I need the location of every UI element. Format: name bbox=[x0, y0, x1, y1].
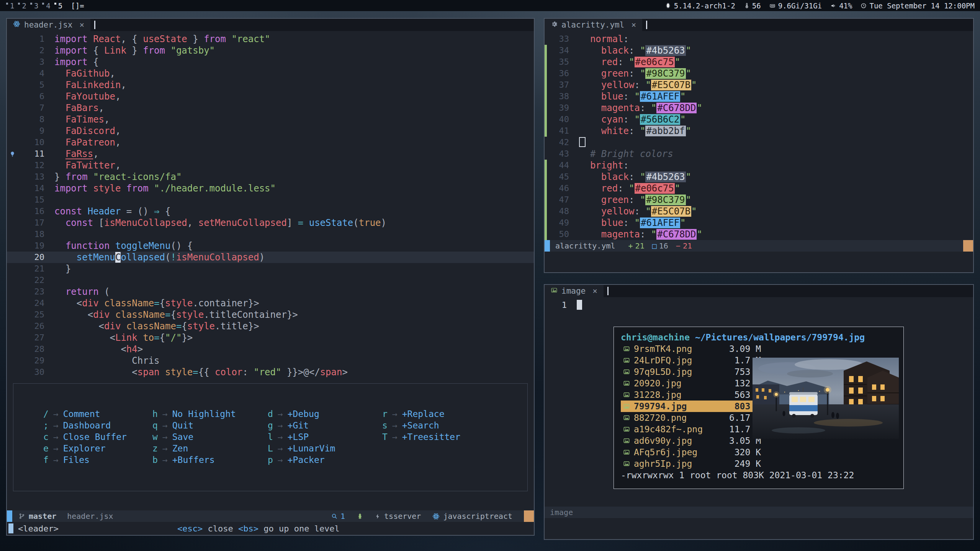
code-line[interactable]: 4 FaGithub, bbox=[7, 68, 534, 79]
code-line[interactable]: 43 # Bright colors bbox=[545, 148, 973, 160]
code-line[interactable]: 22 bbox=[7, 275, 534, 286]
code-line[interactable]: 7 FaBars, bbox=[7, 102, 534, 114]
command-line[interactable]: <leader> <esc> close <bs> go up one leve… bbox=[7, 523, 534, 534]
code-line[interactable]: 19 function toggleMenu() { bbox=[7, 240, 534, 252]
code-line[interactable]: 36 green: "#98C379" bbox=[545, 68, 973, 79]
whichkey-item[interactable]: l→+LSP bbox=[268, 431, 382, 443]
whichkey-item[interactable]: z→Zen bbox=[152, 443, 268, 454]
code-line[interactable]: 1 bbox=[545, 299, 973, 311]
file-row[interactable]: aghr5Ip.jpg249 K bbox=[621, 458, 763, 469]
code-line[interactable]: 23 return ( bbox=[7, 286, 534, 298]
file-row[interactable]: 799794.jpg803 K bbox=[621, 401, 763, 412]
code-line[interactable]: 11 FaRss, bbox=[7, 148, 534, 160]
code-line[interactable]: 30 <span style={{ color: "red" }}>@</spa… bbox=[7, 366, 534, 378]
code-line[interactable]: 38 blue: "#61AFEF" bbox=[545, 91, 973, 102]
code-line[interactable]: 8 FaTimes, bbox=[7, 114, 534, 125]
code-text: green: "#98C379" bbox=[579, 194, 691, 206]
code-line[interactable]: 16const Header = () ⇒ { bbox=[7, 206, 534, 217]
scroll-indicator[interactable] bbox=[963, 240, 973, 252]
code-line[interactable]: 41 white: "#abb2bf" bbox=[545, 125, 973, 137]
code-area[interactable]: 33 normal:34 black: "#4b5263"35 red: "#e… bbox=[545, 31, 973, 240]
code-line[interactable]: 20 setMenuCollapsed(!isMenuCollapsed) bbox=[7, 252, 534, 263]
code-line[interactable]: 24 <div className={style.container}> bbox=[7, 298, 534, 309]
code-line[interactable]: 15 bbox=[7, 194, 534, 206]
code-line[interactable]: 33 normal: bbox=[545, 33, 973, 45]
code-line[interactable]: 37 yellow: "#E5C07B" bbox=[545, 79, 973, 91]
code-line[interactable]: 3import { bbox=[7, 56, 534, 68]
code-line[interactable]: 14import style from "./header.module.les… bbox=[7, 183, 534, 194]
workspace-tag-5[interactable]: 5 bbox=[54, 2, 65, 10]
layout-indicator[interactable]: []= bbox=[71, 2, 84, 10]
code-line[interactable]: 1import React, { useState } from "react" bbox=[7, 33, 534, 45]
close-icon[interactable]: × bbox=[631, 20, 636, 29]
workspace-tag-1[interactable]: 1 bbox=[5, 2, 17, 10]
file-row[interactable]: 882720.png6.17 M bbox=[621, 412, 763, 423]
code-line[interactable]: 27 <Link to={"/"}> bbox=[7, 332, 534, 343]
workspace-tag-3[interactable]: 3 bbox=[29, 2, 41, 10]
code-line[interactable]: 28 <h4> bbox=[7, 343, 534, 355]
tab-image[interactable]: image × bbox=[545, 285, 604, 297]
file-row[interactable]: 20920.jpg132 K bbox=[621, 378, 763, 389]
code-line[interactable]: 26 <div className={style.title}> bbox=[7, 320, 534, 332]
whichkey-item[interactable]: L→+LunarVim bbox=[268, 443, 382, 454]
file-row[interactable]: 97q9L5D.jpg753 K bbox=[621, 366, 763, 378]
file-row[interactable]: 24LrDFQ.jpg1.7 M bbox=[621, 355, 763, 366]
whichkey-item[interactable]: q→Quit bbox=[152, 420, 268, 431]
file-row[interactable]: AFq5r6j.jpeg320 K bbox=[621, 446, 763, 458]
code-line[interactable]: 5 FaLinkedin, bbox=[7, 79, 534, 91]
code-line[interactable]: 46 red: "#e06c75" bbox=[545, 183, 973, 194]
code-line[interactable]: 40 cyan: "#56B6C2" bbox=[545, 114, 973, 125]
whichkey-item[interactable]: r→+Replace bbox=[382, 408, 527, 420]
code-line[interactable]: 48 yellow: "#E5C07B" bbox=[545, 206, 973, 217]
file-row[interactable]: 9rsmTK4.png3.09 M bbox=[621, 343, 763, 355]
whichkey-item[interactable]: w→Save bbox=[152, 431, 268, 443]
code-line[interactable]: 42 bbox=[545, 137, 973, 148]
sign-column bbox=[7, 102, 22, 114]
file-row[interactable]: a19c482f~.png11.7 M bbox=[621, 423, 763, 435]
whichkey-item[interactable]: b→+Buffers bbox=[152, 454, 268, 466]
whichkey-item[interactable]: f→Files bbox=[43, 454, 152, 466]
whichkey-item[interactable]: e→Explorer bbox=[43, 443, 152, 454]
code-line[interactable]: 29 Chris bbox=[7, 355, 534, 366]
code-line[interactable]: 35 red: "#e06c75" bbox=[545, 56, 973, 68]
code-line[interactable]: 47 green: "#98C379" bbox=[545, 194, 973, 206]
code-line[interactable]: 12 FaTwitter, bbox=[7, 160, 534, 171]
code-line[interactable]: 39 magenta: "#C678DD" bbox=[545, 102, 973, 114]
code-line[interactable]: 44 bright: bbox=[545, 160, 973, 171]
token: #98C379 bbox=[645, 195, 686, 205]
whichkey-item[interactable]: h→No Highlight bbox=[152, 408, 268, 420]
whichkey-item[interactable]: p→+Packer bbox=[268, 454, 382, 466]
code-area[interactable]: 1 bbox=[545, 297, 973, 311]
workspace-tag-4[interactable]: 4 bbox=[41, 2, 53, 10]
whichkey-item[interactable]: g→+Git bbox=[268, 420, 382, 431]
code-line[interactable]: 10 FaPatreon, bbox=[7, 137, 534, 148]
code-line[interactable]: 2import { Link } from "gatsby" bbox=[7, 45, 534, 56]
code-line[interactable]: 13} from "react-icons/fa" bbox=[7, 171, 534, 183]
workspace-tag-2[interactable]: 2 bbox=[17, 2, 29, 10]
code-line[interactable]: 49 blue: "#61AFEF" bbox=[545, 217, 973, 229]
file-row[interactable]: ad6v90y.jpg3.05 M bbox=[621, 435, 763, 446]
whichkey-item[interactable]: ;→Dashboard bbox=[43, 420, 152, 431]
code-area[interactable]: 1import React, { useState } from "react"… bbox=[7, 31, 534, 378]
code-line[interactable]: 18 bbox=[7, 229, 534, 240]
file-row[interactable]: 31228.jpg563 K bbox=[621, 389, 763, 401]
code-line[interactable]: 6 FaYoutube, bbox=[7, 91, 534, 102]
statusline: master header.jsx 1 tsserver javascriptr… bbox=[7, 510, 534, 522]
code-line[interactable]: 25 <div className={style.titleContainer}… bbox=[7, 309, 534, 320]
scroll-indicator[interactable] bbox=[524, 510, 534, 522]
whichkey-item[interactable]: s→+Search bbox=[382, 420, 527, 431]
close-icon[interactable]: × bbox=[79, 20, 84, 29]
whichkey-item[interactable]: /→Comment bbox=[43, 408, 152, 420]
close-icon[interactable]: × bbox=[592, 286, 597, 296]
whichkey-item[interactable]: d→+Debug bbox=[268, 408, 382, 420]
code-line[interactable]: 21 } bbox=[7, 263, 534, 275]
code-line[interactable]: 17 const [isMenuCollapsed, setMenuCollap… bbox=[7, 217, 534, 229]
code-line[interactable]: 50 magenta: "#C678DD" bbox=[545, 229, 973, 240]
whichkey-item[interactable]: c→Close Buffer bbox=[43, 431, 152, 443]
code-line[interactable]: 45 black: "#4b5263" bbox=[545, 171, 973, 183]
whichkey-item[interactable]: T→+Treesitter bbox=[382, 431, 527, 443]
tab-header-jsx[interactable]: header.jsx × bbox=[7, 19, 90, 31]
code-line[interactable]: 9 FaDiscord, bbox=[7, 125, 534, 137]
code-line[interactable]: 34 black: "#4b5263" bbox=[545, 45, 973, 56]
tab-alacritty-yml[interactable]: alacritty.yml × bbox=[545, 19, 642, 31]
